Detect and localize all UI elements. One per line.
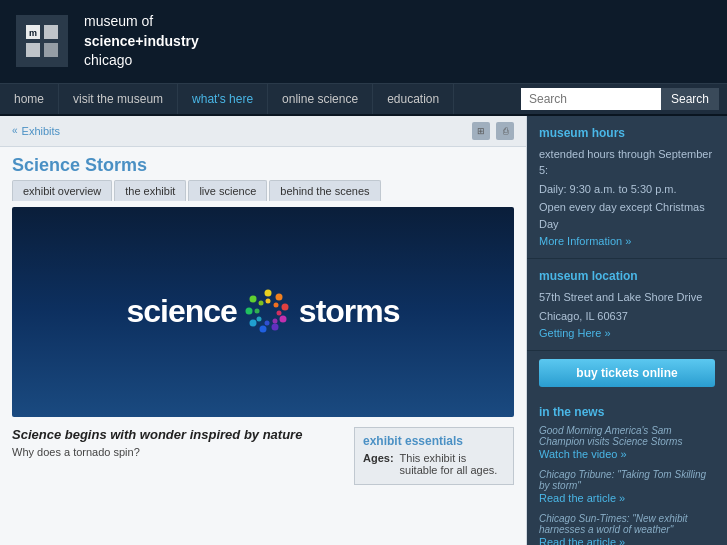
news-item: Good Morning America's Sam Champion visi… [539,425,715,461]
svg-point-12 [245,307,252,314]
navigation: home visit the museum what's here online… [0,84,727,116]
news-section: in the news Good Morning America's Sam C… [527,395,727,545]
hours-section: museum hours extended hours through Sept… [527,116,727,260]
caption-subtitle: Why does a tornado spin? [12,446,342,458]
svg-point-19 [256,316,261,321]
page-title: Science Storms [12,155,514,176]
nav-online-science[interactable]: online science [268,84,373,114]
news-source-1: Good Morning America's Sam Champion visi… [539,425,715,447]
svg-point-18 [264,320,269,325]
location-title: museum location [539,269,715,283]
exhibit-essentials: exhibit essentials Ages: This exhibit is… [354,427,514,485]
svg-text:m: m [29,28,37,38]
svg-point-21 [258,300,263,305]
svg-point-16 [276,310,281,315]
breadcrumb-label[interactable]: Exhibits [22,125,61,137]
search-area: Search [521,88,727,110]
news-link-3[interactable]: Read the article [539,536,625,545]
svg-point-20 [254,308,259,313]
location-city: Chicago, IL 60637 [539,308,715,325]
svg-point-5 [264,289,271,296]
main-layout: « Exhibits ⊞ ⎙ Science Storms exhibit ov… [0,116,727,545]
news-title: in the news [539,405,715,419]
svg-point-17 [272,318,277,323]
exhibit-tabs: exhibit overview the exhibit live scienc… [0,180,526,201]
hours-daily: Daily: 9:30 a.m. to 5:30 p.m. [539,181,715,198]
svg-point-10 [259,325,266,332]
svg-point-15 [273,302,278,307]
svg-point-14 [265,298,270,303]
essentials-title: exhibit essentials [363,434,505,448]
getting-here-link[interactable]: Getting Here [539,327,611,339]
hero-science-label: science [126,293,236,330]
site-header: m museum of science+industry chicago [0,0,727,84]
svg-rect-3 [44,43,58,57]
sidebar: museum hours extended hours through Sept… [527,116,727,545]
news-item: Chicago Sun-Times: "New exhibit harnesse… [539,513,715,545]
page-title-area: Science Storms [0,147,526,180]
tab-exhibit-overview[interactable]: exhibit overview [12,180,112,201]
site-title: museum of science+industry chicago [84,12,199,71]
logo: m [16,15,68,67]
share-icon[interactable]: ⊞ [472,122,490,140]
ages-value: This exhibit is suitable for all ages. [400,452,505,476]
hours-title: museum hours [539,126,715,140]
svg-rect-1 [44,25,58,39]
news-source-2: Chicago Tribune: "Taking Tom Skilling by… [539,469,715,491]
hero-logo: science [126,285,399,339]
nav-home[interactable]: home [0,84,59,114]
caption-title: Science begins with wonder inspired by n… [12,427,342,442]
ages-label: Ages: [363,452,394,476]
svg-point-6 [275,293,282,300]
tab-behind-scenes[interactable]: behind the scenes [269,180,380,201]
caption-area: Science begins with wonder inspired by n… [0,417,526,495]
search-input[interactable] [521,88,661,110]
breadcrumb: « Exhibits ⊞ ⎙ [0,116,526,147]
hours-more-link[interactable]: More Information [539,235,631,247]
hero-image: science [12,207,514,417]
breadcrumb-arrow: « [12,125,18,136]
hours-note: extended hours through September 5: [539,146,715,179]
news-link-1[interactable]: Watch the video [539,448,627,460]
location-section: museum location 57th Street and Lake Sho… [527,259,727,351]
hours-extra: Open every day except Christmas Day [539,199,715,232]
svg-point-9 [271,323,278,330]
svg-rect-2 [26,43,40,57]
news-item: Chicago Tribune: "Taking Tom Skilling by… [539,469,715,505]
buy-tickets-button[interactable]: buy tickets online [539,359,715,387]
nav-whats-here[interactable]: what's here [178,84,268,114]
svg-point-13 [249,295,256,302]
print-icon[interactable]: ⎙ [496,122,514,140]
news-source-3: Chicago Sun-Times: "New exhibit harnesse… [539,513,715,535]
svg-point-7 [281,303,288,310]
search-button[interactable]: Search [661,88,719,110]
svg-point-11 [249,319,256,326]
content-area: « Exhibits ⊞ ⎙ Science Storms exhibit ov… [0,116,527,545]
hero-swirl-icon [241,285,295,339]
nav-visit[interactable]: visit the museum [59,84,178,114]
svg-point-8 [279,315,286,322]
hero-storms-label: storms [299,293,400,330]
tab-live-science[interactable]: live science [188,180,267,201]
location-street: 57th Street and Lake Shore Drive [539,289,715,306]
nav-education[interactable]: education [373,84,454,114]
news-link-2[interactable]: Read the article [539,492,625,504]
tab-the-exhibit[interactable]: the exhibit [114,180,186,201]
